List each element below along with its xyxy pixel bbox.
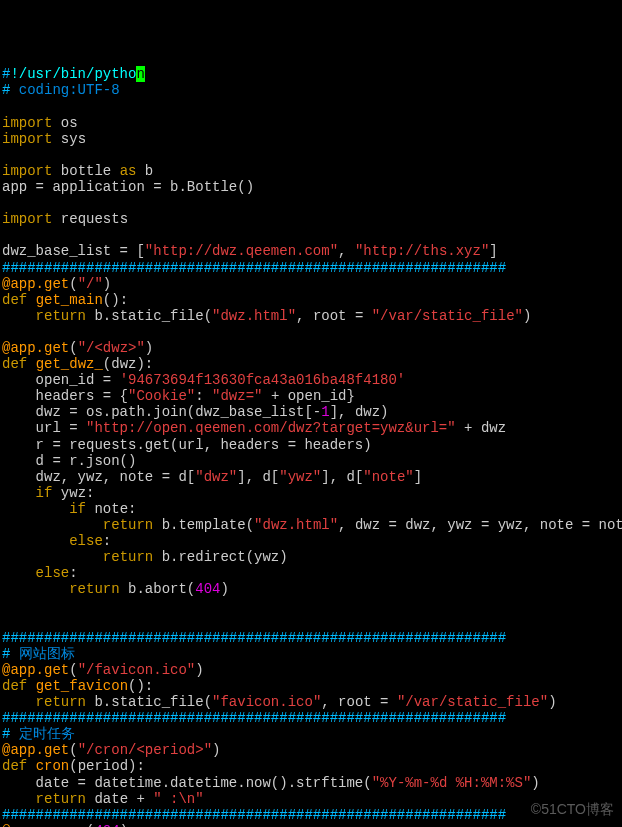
code-token: 网站图标: [10, 646, 74, 662]
code-line: if ywz:: [2, 485, 620, 501]
code-token: dwz_base_list = [: [2, 243, 145, 259]
code-token: "/var/static_file": [372, 308, 523, 324]
code-line: # 网站图标: [2, 646, 620, 662]
code-token: b.redirect(ywz): [153, 549, 287, 565]
code-token: requests: [52, 211, 128, 227]
code-token: else: [36, 565, 70, 581]
code-token: cron: [36, 758, 70, 774]
code-token: [2, 581, 69, 597]
code-token: "http://ths.xyz": [355, 243, 489, 259]
code-token: as: [120, 163, 137, 179]
code-line: ########################################…: [2, 630, 620, 646]
code-token: "dwz=": [212, 388, 262, 404]
code-token: :: [103, 533, 111, 549]
code-line: def get_dwz_(dwz):: [2, 356, 620, 372]
code-token: (: [69, 340, 77, 356]
code-token: get_favicon: [36, 678, 128, 694]
code-token: def: [2, 356, 27, 372]
code-line: else:: [2, 565, 620, 581]
code-token: "Cookie": [128, 388, 195, 404]
code-token: [2, 227, 10, 243]
code-token: b: [136, 163, 153, 179]
code-token: return: [36, 694, 86, 710]
code-token: [2, 549, 103, 565]
code-token: get_dwz_: [36, 356, 103, 372]
code-token: [27, 678, 35, 694]
code-token: ): [531, 775, 539, 791]
code-token: ], dwz): [330, 404, 389, 420]
code-line: return b.template("dwz.html", dwz = dwz,…: [2, 517, 620, 533]
code-token: b.static_file(: [86, 694, 212, 710]
code-token: app = application = b.Bottle(): [2, 179, 254, 195]
code-token: [2, 324, 10, 340]
code-token: ########################################…: [2, 807, 506, 823]
code-line: def cron(period):: [2, 758, 620, 774]
code-token: ]: [489, 243, 497, 259]
code-line: ########################################…: [2, 710, 620, 726]
code-line: [2, 147, 620, 163]
code-token: bottle: [52, 163, 119, 179]
code-token: "http://dwz.qeemen.com": [145, 243, 338, 259]
code-line: # 定时任务: [2, 726, 620, 742]
code-token: ], d[: [321, 469, 363, 485]
code-token: b.template(: [153, 517, 254, 533]
code-line: dwz_base_list = ["http://dwz.qeemen.com"…: [2, 243, 620, 259]
code-token: (: [69, 742, 77, 758]
code-line: dwz, ywz, note = d["dwz"], d["ywz"], d["…: [2, 469, 620, 485]
code-line: @app.get("/cron/<period>"): [2, 742, 620, 758]
code-token: " :\n": [153, 791, 203, 807]
code-token: sys: [52, 131, 86, 147]
code-token: + open_id}: [262, 388, 354, 404]
code-token: "dwz.html": [254, 517, 338, 533]
code-token: ########################################…: [2, 710, 506, 726]
code-token: 404: [195, 581, 220, 597]
code-token: import: [2, 131, 52, 147]
code-editor[interactable]: #!/usr/bin/python# coding:UTF-8 import o…: [2, 66, 620, 827]
code-token: @app.get: [2, 340, 69, 356]
code-token: [2, 533, 69, 549]
code-line: date = datetime.datetime.now().strftime(…: [2, 775, 620, 791]
code-token: [2, 147, 10, 163]
code-token: "/": [78, 276, 103, 292]
code-token: url =: [2, 420, 86, 436]
code-token: @app.get: [2, 742, 69, 758]
code-token: def: [2, 758, 27, 774]
code-token: ():: [103, 292, 128, 308]
code-token: + dwz: [456, 420, 506, 436]
code-token: ): [548, 694, 556, 710]
code-line: import os: [2, 115, 620, 131]
code-line: if note:: [2, 501, 620, 517]
code-token: ,: [338, 243, 355, 259]
code-token: ywz:: [52, 485, 94, 501]
code-token: , dwz = dwz, ywz = ywz, note = note): [338, 517, 622, 533]
code-token: ): [523, 308, 531, 324]
code-token: coding:UTF-8: [10, 82, 119, 98]
code-token: :: [69, 565, 77, 581]
code-token: date +: [86, 791, 153, 807]
code-token: import: [2, 115, 52, 131]
code-line: @app.get("/"): [2, 276, 620, 292]
code-line: return date + " :\n": [2, 791, 620, 807]
code-line: ########################################…: [2, 260, 620, 276]
code-token: b.abort(: [120, 581, 196, 597]
code-token: ): [145, 340, 153, 356]
code-token: "http://open.qeemen.com/dwz?target=ywz&u…: [86, 420, 456, 436]
code-line: return b.static_file("dwz.html", root = …: [2, 308, 620, 324]
code-token: [2, 308, 36, 324]
code-token: 定时任务: [10, 726, 74, 742]
code-token: (: [69, 276, 77, 292]
code-token: [2, 501, 69, 517]
code-token: return: [103, 517, 153, 533]
code-line: [2, 324, 620, 340]
code-token: 1: [321, 404, 329, 420]
code-token: dwz = os.path.join(dwz_base_list[-: [2, 404, 321, 420]
code-token: if: [69, 501, 86, 517]
code-token: '94673694f13630fca43a016ba48f4180': [120, 372, 406, 388]
code-token: r = requests.get(url, headers = headers): [2, 437, 372, 453]
code-line: import sys: [2, 131, 620, 147]
code-token: [2, 791, 36, 807]
code-token: date = datetime.datetime.now().strftime(: [2, 775, 372, 791]
code-token: return: [103, 549, 153, 565]
code-line: @app.error(404): [2, 823, 620, 827]
code-token: , root =: [296, 308, 372, 324]
